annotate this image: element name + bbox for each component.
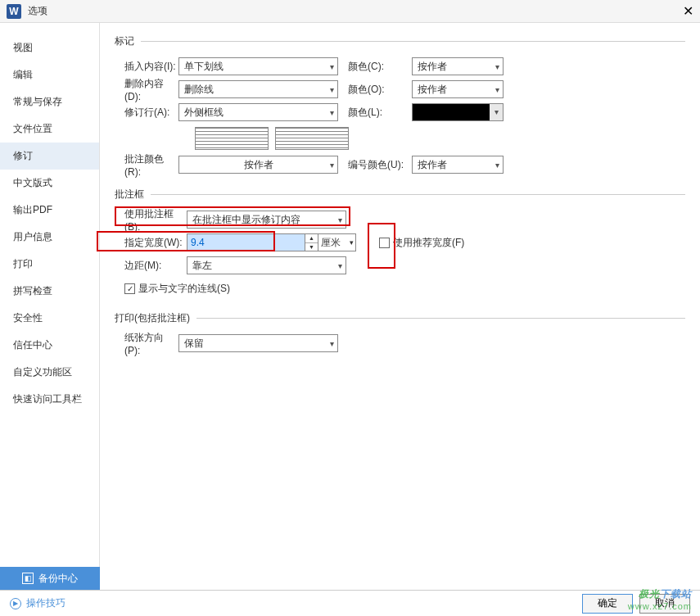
title-bar: W 选项 ✕ — [0, 0, 700, 23]
sidebar: 视图 编辑 常规与保存 文件位置 修订 中文版式 输出PDF 用户信息 打印 拼… — [0, 23, 100, 567]
delete-color-select[interactable]: 按作者 — [412, 80, 504, 98]
tips-icon: ▶ — [10, 598, 21, 609]
bottom-bar: ▶ 操作技巧 确定 取消 — [0, 590, 700, 616]
delete-color-label: 颜色(O): — [348, 83, 412, 97]
sidebar-item-quick-access[interactable]: 快速访问工具栏 — [0, 386, 99, 413]
orient-select[interactable]: 保留 — [178, 334, 338, 352]
sidebar-item-revision[interactable]: 修订 — [0, 143, 99, 170]
comment-color-label: 批注颜色(R): — [115, 152, 178, 178]
footer: ◧ 备份中心 — [0, 567, 700, 590]
sidebar-item-general-save[interactable]: 常规与保存 — [0, 88, 99, 116]
cancel-button[interactable]: 取消 — [639, 594, 690, 614]
insert-label: 插入内容(I): — [115, 60, 178, 74]
content-panel: 标记 插入内容(I): 单下划线 颜色(C): 按作者 删除内容(D): 删除线… — [100, 23, 700, 567]
revline-color-select[interactable] — [412, 103, 504, 121]
tips-link[interactable]: ▶ 操作技巧 — [10, 596, 65, 610]
width-unit-select[interactable]: 厘米 — [318, 233, 356, 251]
showline-checkbox[interactable]: ✓ 显示与文字的连线(S) — [124, 282, 230, 296]
window-title: 选项 — [28, 4, 667, 18]
use-balloon-select[interactable]: 在批注框中显示修订内容 — [187, 211, 346, 229]
section-print: 打印(包括批注框) 纸张方向(P): 保留 — [115, 311, 685, 356]
sidebar-item-chinese-layout[interactable]: 中文版式 — [0, 170, 99, 197]
delete-label: 删除内容(D): — [115, 77, 178, 102]
spinner-down-icon: ▼ — [305, 243, 318, 251]
sidebar-item-print[interactable]: 打印 — [0, 251, 99, 278]
preview-boxes — [195, 127, 685, 150]
app-icon: W — [7, 4, 21, 19]
sidebar-item-edit[interactable]: 编辑 — [0, 61, 99, 88]
sidebar-item-output-pdf[interactable]: 输出PDF — [0, 197, 99, 224]
width-input[interactable] — [187, 233, 305, 251]
sidebar-item-custom-ribbon[interactable]: 自定义功能区 — [0, 359, 99, 386]
width-spinner[interactable]: ▲▼ — [305, 233, 318, 251]
insert-select[interactable]: 单下划线 — [178, 57, 338, 75]
spinner-up-icon: ▲ — [305, 234, 318, 243]
revline-select[interactable]: 外侧框线 — [178, 103, 338, 121]
section-marks-legend: 标记 — [115, 34, 141, 48]
sidebar-item-user-info[interactable]: 用户信息 — [0, 224, 99, 251]
insert-color-select[interactable]: 按作者 — [412, 57, 504, 75]
insert-color-label: 颜色(C): — [348, 60, 412, 74]
recommended-width-label: 使用推荐宽度(F) — [393, 236, 464, 250]
delete-select[interactable]: 删除线 — [178, 80, 338, 98]
preview-box-1 — [195, 127, 269, 150]
checkbox-icon — [379, 238, 390, 248]
comment-color-select[interactable]: 按作者 — [178, 156, 338, 174]
revline-label: 修订行(A): — [115, 106, 178, 120]
number-color-select[interactable]: 按作者 — [412, 156, 504, 174]
section-balloon: 批注框 使用批注框(B): 在批注框中显示修订内容 指定宽度(W): ▲▼ 厘米… — [115, 188, 685, 301]
close-icon[interactable]: ✕ — [667, 3, 693, 19]
use-balloon-label: 使用批注框(B): — [115, 207, 187, 233]
sidebar-item-spellcheck[interactable]: 拼写检查 — [0, 278, 99, 305]
backup-center-button[interactable]: ◧ 备份中心 — [0, 567, 100, 590]
sidebar-item-security[interactable]: 安全性 — [0, 305, 99, 332]
section-marks: 标记 插入内容(I): 单下划线 颜色(C): 按作者 删除内容(D): 删除线… — [115, 34, 685, 178]
orient-label: 纸张方向(P): — [115, 331, 178, 356]
sidebar-item-file-location[interactable]: 文件位置 — [0, 116, 99, 143]
width-label: 指定宽度(W): — [115, 236, 187, 250]
margin-label: 边距(M): — [115, 259, 187, 273]
ok-button[interactable]: 确定 — [582, 594, 633, 614]
section-balloon-legend: 批注框 — [115, 188, 151, 202]
preview-box-2 — [275, 127, 349, 150]
backup-icon: ◧ — [22, 573, 34, 584]
showline-label: 显示与文字的连线(S) — [138, 282, 230, 296]
checkbox-icon: ✓ — [124, 283, 135, 294]
margin-select[interactable]: 靠左 — [187, 256, 346, 274]
recommended-width-checkbox[interactable]: 使用推荐宽度(F) — [379, 236, 464, 250]
sidebar-item-view[interactable]: 视图 — [0, 34, 99, 61]
section-print-legend: 打印(包括批注框) — [115, 311, 196, 325]
sidebar-item-trust-center[interactable]: 信任中心 — [0, 332, 99, 359]
revline-color-label: 颜色(L): — [348, 106, 412, 120]
number-color-label: 编号颜色(U): — [348, 158, 412, 172]
